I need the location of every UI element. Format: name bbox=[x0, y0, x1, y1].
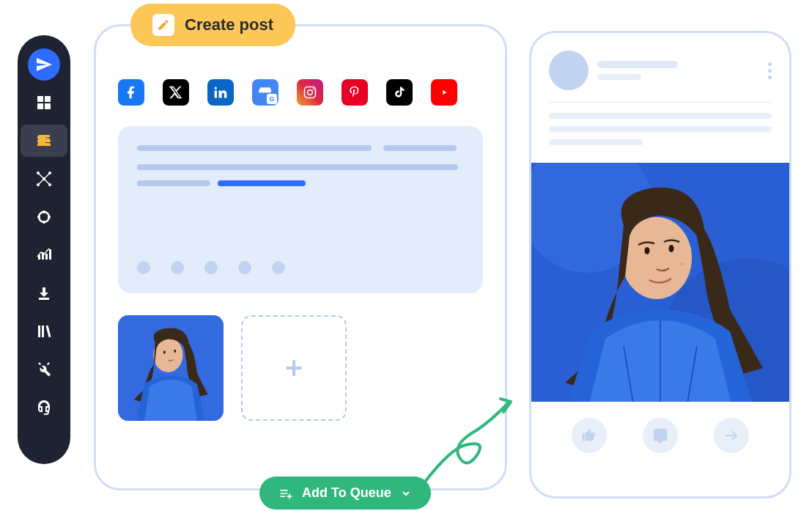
svg-point-7 bbox=[43, 221, 45, 224]
composer-panel: G bbox=[94, 24, 507, 490]
channel-tiktok[interactable] bbox=[386, 79, 413, 106]
analytics-icon bbox=[35, 246, 53, 264]
x-icon bbox=[169, 85, 183, 100]
sidebar-item-send[interactable] bbox=[28, 48, 60, 81]
thumbnail-image bbox=[118, 315, 224, 421]
text-placeholder-line bbox=[383, 145, 457, 151]
avatar bbox=[549, 51, 588, 90]
download-icon bbox=[35, 284, 53, 302]
share-button[interactable] bbox=[714, 418, 749, 453]
text-placeholder-line bbox=[137, 145, 372, 151]
target-icon bbox=[35, 208, 53, 226]
google-g-badge: G bbox=[267, 94, 277, 104]
svg-point-6 bbox=[43, 210, 45, 213]
engagement-row bbox=[531, 402, 789, 469]
post-more-menu[interactable] bbox=[768, 62, 772, 79]
svg-point-5 bbox=[39, 212, 49, 222]
channel-instagram[interactable] bbox=[297, 79, 323, 106]
sidebar-item-target[interactable] bbox=[23, 201, 64, 233]
channel-pinterest[interactable] bbox=[342, 79, 368, 106]
svg-point-9 bbox=[48, 216, 51, 218]
svg-point-24 bbox=[681, 262, 684, 265]
tools-icon bbox=[35, 361, 53, 378]
share-icon bbox=[723, 427, 739, 444]
edit-icon bbox=[152, 14, 174, 36]
youtube-icon bbox=[437, 85, 451, 100]
send-icon bbox=[35, 56, 53, 73]
sidebar-item-dashboard[interactable] bbox=[23, 87, 64, 119]
library-icon bbox=[35, 323, 53, 340]
channel-google-business[interactable]: G bbox=[252, 79, 278, 106]
social-channel-row: G bbox=[118, 79, 483, 106]
channel-linkedin[interactable] bbox=[207, 79, 234, 106]
svg-point-23 bbox=[669, 245, 674, 252]
channel-youtube[interactable] bbox=[431, 79, 457, 106]
text-placeholder-line bbox=[137, 164, 458, 170]
tiktok-icon bbox=[392, 85, 407, 100]
pinterest-icon bbox=[347, 85, 362, 100]
add-to-queue-button[interactable]: Add To Queue bbox=[259, 477, 431, 510]
sidebar-item-network[interactable] bbox=[23, 163, 64, 195]
queue-button-label: Add To Queue bbox=[302, 485, 391, 501]
svg-point-12 bbox=[313, 88, 314, 89]
queue-icon bbox=[278, 486, 293, 501]
sidebar-item-support[interactable] bbox=[23, 391, 64, 424]
text-placeholder-line bbox=[137, 180, 210, 186]
toolbar-action[interactable] bbox=[272, 261, 285, 274]
composer-toolbar bbox=[137, 261, 285, 274]
like-button[interactable] bbox=[572, 418, 607, 453]
post-preview-panel bbox=[529, 31, 791, 499]
instagram-icon bbox=[303, 85, 317, 100]
comment-button[interactable] bbox=[643, 418, 678, 453]
toolbar-action[interactable] bbox=[238, 261, 251, 274]
svg-point-11 bbox=[308, 90, 313, 95]
sidebar-item-download[interactable] bbox=[23, 277, 64, 309]
svg-point-8 bbox=[37, 216, 40, 218]
support-icon bbox=[35, 399, 53, 416]
sidebar-item-compose[interactable] bbox=[21, 125, 67, 157]
facebook-icon bbox=[124, 85, 139, 100]
post-text-area[interactable] bbox=[118, 126, 483, 293]
plus-icon bbox=[282, 356, 306, 380]
toolbar-action[interactable] bbox=[204, 261, 218, 274]
sidebar-item-tools[interactable] bbox=[23, 353, 64, 386]
network-icon bbox=[35, 170, 53, 188]
linkedin-icon bbox=[213, 85, 228, 100]
divider bbox=[549, 102, 772, 103]
preview-image bbox=[531, 163, 789, 402]
comment-icon bbox=[652, 427, 668, 444]
author-placeholder bbox=[597, 61, 759, 80]
sidebar-item-library[interactable] bbox=[23, 315, 64, 348]
media-thumbnail[interactable] bbox=[118, 315, 224, 421]
create-post-button[interactable]: Create post bbox=[130, 4, 295, 46]
thumbs-up-icon bbox=[581, 427, 597, 444]
svg-point-16 bbox=[163, 350, 166, 353]
sidebar-item-analytics[interactable] bbox=[23, 239, 64, 271]
toolbar-action[interactable] bbox=[137, 261, 150, 274]
svg-point-22 bbox=[645, 247, 650, 254]
caption-placeholder bbox=[531, 113, 789, 163]
compose-icon bbox=[35, 132, 53, 150]
media-attachments bbox=[118, 315, 483, 421]
preview-post-header bbox=[531, 51, 789, 99]
channel-facebook[interactable] bbox=[118, 79, 144, 106]
channel-x[interactable] bbox=[163, 79, 189, 106]
svg-point-17 bbox=[174, 350, 176, 353]
dashboard-icon bbox=[35, 94, 53, 111]
toolbar-action[interactable] bbox=[171, 261, 184, 274]
main-sidebar bbox=[18, 35, 70, 464]
text-link-placeholder bbox=[218, 180, 306, 186]
create-post-label: Create post bbox=[185, 15, 273, 34]
chevron-down-icon bbox=[400, 488, 412, 499]
add-media-button[interactable] bbox=[241, 315, 347, 421]
